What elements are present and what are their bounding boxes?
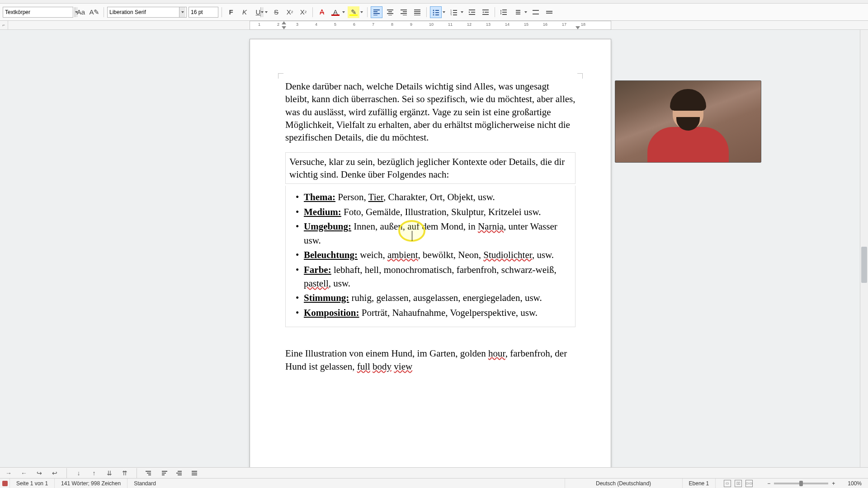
presenter-webcam-overlay: [615, 80, 761, 163]
view-book-icon[interactable]: ▭▭: [745, 480, 753, 487]
view-multi-page-icon[interactable]: ▯▯: [735, 480, 742, 487]
move-up-button[interactable]: ↑: [89, 469, 99, 477]
list-item[interactable]: Medium: Foto, Gemälde, Illustration, Sku…: [304, 205, 568, 219]
ruler-tick: 9: [410, 22, 412, 27]
nav-next-button[interactable]: ↪: [34, 469, 44, 477]
right-indent-marker[interactable]: [576, 26, 580, 29]
spellcheck-word: pastell: [304, 278, 329, 289]
bold-button[interactable]: F: [225, 6, 237, 18]
promote-with-sub-button[interactable]: [175, 469, 184, 477]
font-color-dropdown[interactable]: [341, 6, 346, 18]
nav-prev-button[interactable]: ←: [19, 469, 29, 477]
decrease-indent-button[interactable]: [480, 6, 491, 18]
zoom-out-button[interactable]: −: [767, 480, 770, 487]
prompt-text: Eine Illustration von einem Hund, im Gar…: [285, 348, 488, 359]
para-spacing-increase-button[interactable]: [498, 6, 510, 18]
horizontal-ruler[interactable]: 123456789101112131415161718: [250, 21, 611, 30]
font-size-combo[interactable]: [189, 7, 218, 18]
paragraph-style-combo[interactable]: [3, 7, 73, 18]
status-zoom[interactable]: 100%: [841, 479, 868, 488]
nav-first-button[interactable]: →: [4, 469, 14, 477]
item-key: Thema:: [304, 192, 335, 202]
zoom-in-button[interactable]: +: [832, 480, 835, 487]
paragraph-prompt[interactable]: Eine Illustration von einem Hund, im Gar…: [285, 347, 576, 373]
font-name-dropdown[interactable]: [179, 7, 185, 17]
align-center-button[interactable]: [384, 6, 396, 18]
increase-para-spacing-button[interactable]: [530, 6, 542, 18]
new-style-button[interactable]: A✎: [89, 6, 100, 18]
move-up-with-sub-button[interactable]: ⇈: [120, 469, 130, 477]
status-language[interactable]: Deutsch (Deutschland): [565, 479, 683, 488]
document-page[interactable]: Denke darüber nach, welche Details wicht…: [250, 39, 611, 468]
list-item[interactable]: Komposition: Porträt, Nahaufnahme, Vogel…: [304, 306, 568, 319]
status-layer[interactable]: Ebene 1: [683, 479, 716, 488]
demote-with-sub-button[interactable]: [190, 469, 200, 477]
font-name-input[interactable]: [108, 7, 179, 17]
ruler-tick: 15: [524, 22, 528, 27]
status-page[interactable]: Seite 1 von 1: [10, 479, 55, 488]
zoom-slider-knob[interactable]: [799, 481, 803, 486]
status-word-count[interactable]: 141 Wörter; 998 Zeichen: [55, 479, 127, 488]
superscript-button[interactable]: X2: [284, 6, 296, 18]
highlight-color-button[interactable]: ✎: [348, 6, 359, 18]
align-justify-button[interactable]: [411, 6, 423, 18]
view-single-page-icon[interactable]: ▭: [724, 480, 731, 487]
decrease-para-spacing-button[interactable]: [543, 6, 555, 18]
list-item[interactable]: Umgebung: Innen, außen, auf dem Mond, in…: [304, 220, 568, 247]
numbered-list-button[interactable]: 123: [448, 6, 460, 18]
strikethrough-button[interactable]: S: [270, 6, 282, 18]
list-item[interactable]: Stimmung: ruhig, gelassen, ausgelassen, …: [304, 291, 568, 305]
underline-dropdown[interactable]: [264, 6, 269, 18]
move-down-button[interactable]: ↓: [74, 469, 84, 477]
nav-last-button[interactable]: ↩: [50, 469, 60, 477]
subscript-button[interactable]: X2: [297, 6, 309, 18]
vertical-scrollbar[interactable]: [860, 30, 868, 468]
align-right-button[interactable]: [398, 6, 410, 18]
zoom-slider[interactable]: [774, 483, 828, 484]
svg-rect-6: [2, 481, 8, 486]
promote-button[interactable]: [144, 469, 154, 477]
hanging-indent-marker[interactable]: [282, 26, 286, 29]
ruler-tick: 8: [391, 22, 393, 27]
item-key: Medium:: [304, 206, 341, 217]
svg-point-0: [433, 9, 434, 11]
item-text: Tier: [368, 192, 383, 202]
note-text[interactable]: Versuche, klar zu sein, bezüglich jeglic…: [289, 156, 565, 180]
first-line-indent-marker[interactable]: [282, 21, 286, 24]
menu-icon-strip: [0, 0, 868, 4]
ruler-tick: 11: [448, 22, 453, 27]
increase-indent-button[interactable]: [466, 6, 478, 18]
clear-formatting-button[interactable]: A̶: [316, 6, 328, 18]
numbered-list-dropdown[interactable]: [460, 6, 464, 18]
save-indicator-icon[interactable]: [0, 479, 10, 488]
guidelines-list[interactable]: Thema: Person, Tier, Charakter, Ort, Obj…: [285, 186, 576, 327]
italic-button[interactable]: K: [239, 6, 250, 18]
ruler-tick: 16: [543, 22, 547, 27]
update-style-button[interactable]: Aа: [75, 6, 87, 18]
font-name-combo[interactable]: [107, 7, 187, 18]
paragraph-style-input[interactable]: [3, 7, 75, 17]
ruler-tick: 6: [353, 22, 355, 27]
list-item[interactable]: Thema: Person, Tier, Charakter, Ort, Obj…: [304, 190, 568, 204]
font-color-button[interactable]: A: [330, 6, 341, 18]
ruler-tick: 3: [296, 22, 298, 27]
tab-stop-type-button[interactable]: ⌐: [0, 21, 8, 29]
status-bar: Seite 1 von 1 141 Wörter; 998 Zeichen St…: [0, 478, 868, 488]
status-page-style[interactable]: Standard: [127, 479, 565, 488]
note-box[interactable]: Versuche, klar zu sein, bezüglich jeglic…: [285, 152, 576, 184]
list-item[interactable]: Farbe: lebhaft, hell, monochromatisch, f…: [304, 263, 568, 291]
line-spacing-dropdown[interactable]: [524, 6, 528, 18]
demote-button[interactable]: [159, 469, 169, 477]
align-left-button[interactable]: [371, 6, 382, 18]
ruler-tick: 12: [467, 22, 472, 27]
underline-button[interactable]: U: [252, 6, 264, 18]
item-text: Innen, außen, auf dem Mond, in: [351, 221, 478, 232]
scrollbar-thumb[interactable]: [861, 247, 867, 283]
highlight-color-dropdown[interactable]: [359, 6, 364, 18]
paragraph-intro[interactable]: Denke darüber nach, welche Details wicht…: [285, 80, 576, 144]
line-spacing-button[interactable]: [512, 6, 524, 18]
bullet-list-button[interactable]: [430, 6, 442, 18]
list-item[interactable]: Beleuchtung: weich, ambient, bewölkt, Ne…: [304, 248, 568, 262]
move-down-with-sub-button[interactable]: ⇊: [104, 469, 114, 477]
bullet-list-dropdown[interactable]: [442, 6, 446, 18]
